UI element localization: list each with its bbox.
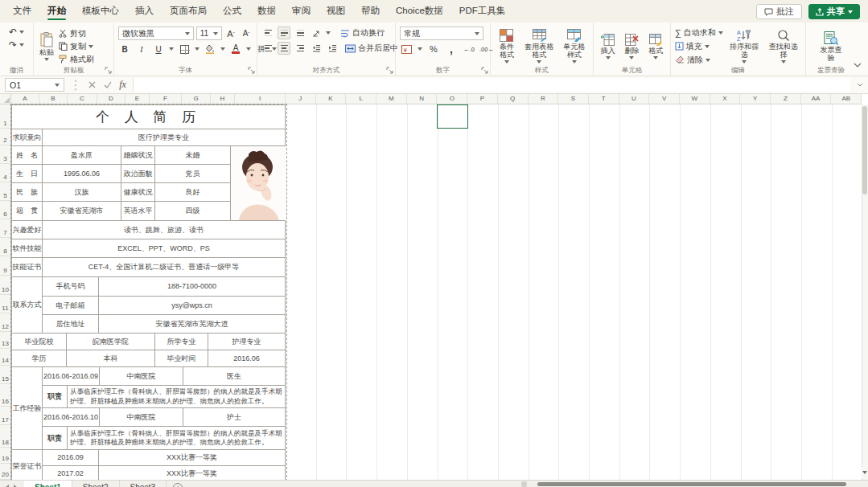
column-header[interactable]: I (235, 94, 286, 104)
menu-item[interactable]: 模板中心 (74, 0, 127, 23)
column-header[interactable]: M (376, 94, 407, 104)
resume-cell[interactable]: 2016.06 (208, 350, 286, 366)
resume-cell[interactable]: 读书、跳舞、旅游、读书 (43, 221, 286, 239)
resume-cell[interactable]: 毕业院校 (12, 334, 67, 350)
row-header[interactable]: 14 (0, 349, 10, 366)
column-header[interactable]: B (39, 94, 68, 104)
insert-cells-button[interactable]: 插入 (599, 33, 617, 60)
formula-input[interactable] (133, 78, 850, 92)
increase-indent-icon[interactable] (326, 42, 339, 55)
column-header[interactable]: D (97, 94, 125, 104)
resume-cell[interactable]: 手机号码 (43, 277, 99, 296)
number-format-select[interactable]: 常规 (400, 27, 483, 40)
resume-cell[interactable]: 软件技能 (12, 239, 43, 257)
invoice-check-button[interactable]: 发票查验 (817, 31, 845, 63)
format-cells-button[interactable]: 格式 (647, 33, 664, 60)
paste-button[interactable]: 粘贴 (38, 31, 56, 62)
resume-cell[interactable]: 婚姻状况 (121, 146, 155, 164)
undo-button[interactable]: ↶ (9, 27, 24, 38)
borders-dropdown-icon[interactable] (195, 47, 200, 51)
resume-cell[interactable]: 未婚 (155, 146, 231, 164)
hscroll-split-handle[interactable] (521, 481, 527, 487)
resume-cell[interactable]: 技能证书 (12, 258, 43, 276)
comma-style-icon[interactable]: , (445, 43, 458, 55)
formula-bar-expand-icon[interactable] (857, 83, 863, 87)
font-name-select[interactable]: 微软雅黑 (118, 27, 194, 40)
underline-dropdown-icon[interactable] (169, 47, 174, 51)
resume-cell[interactable]: 党员 (155, 165, 231, 182)
borders-icon[interactable] (178, 43, 191, 55)
orientation-dropdown-icon[interactable] (326, 31, 331, 35)
wrap-text-button[interactable]: 自动换行 (340, 27, 385, 39)
currency-format-icon[interactable]: ¥ (400, 43, 413, 55)
column-header[interactable]: Z (771, 94, 801, 104)
row-header[interactable]: 11 (0, 295, 10, 313)
find-select-button[interactable]: 查找和选择 (765, 28, 801, 64)
italic-button[interactable]: I (135, 43, 148, 55)
fill-color-icon[interactable] (204, 43, 216, 55)
fill-color-dropdown-icon[interactable] (220, 47, 225, 51)
column-header[interactable]: U (619, 94, 650, 104)
increase-decimal-icon[interactable]: ←.0 (463, 43, 475, 55)
scroll-down-icon[interactable] (862, 467, 868, 478)
column-header[interactable]: AB (831, 94, 862, 104)
column-header[interactable]: J (286, 94, 316, 104)
column-header[interactable]: N (407, 94, 438, 104)
font-color-icon[interactable]: A (229, 43, 242, 55)
menu-item[interactable]: 开始 (39, 0, 74, 23)
font-color-dropdown-icon[interactable] (246, 47, 251, 51)
underline-button[interactable]: U (152, 43, 165, 55)
align-left-icon[interactable] (261, 42, 274, 55)
column-header[interactable]: C (68, 94, 97, 104)
align-right-icon[interactable] (294, 42, 306, 55)
row-header[interactable]: 5 (0, 182, 10, 201)
contact-merged-label-cell[interactable]: 联系方式 (12, 277, 43, 333)
column-header[interactable]: A (11, 94, 39, 104)
resume-cell[interactable]: EXCEL、PPT、WORD、PS (43, 239, 286, 257)
row-header[interactable]: 18 (0, 425, 10, 448)
resume-cell[interactable]: 护士 (183, 408, 286, 426)
font-size-select[interactable]: 11 (196, 27, 222, 40)
resume-cell[interactable]: 安徽省芜湖市 (43, 202, 121, 220)
select-all-corner[interactable] (0, 94, 11, 104)
resume-cell[interactable]: ysy@wps.cn (99, 297, 286, 314)
row-header[interactable]: 3 (0, 145, 10, 164)
resume-cell[interactable]: 电子邮箱 (43, 297, 99, 314)
resume-cell[interactable]: 从事临床护理工作（骨科病人、肝胆胃等腹部）的病人的就是及手术期护理、肝脏移植及肿… (68, 427, 286, 449)
comment-button[interactable]: 批注 (756, 4, 802, 19)
menu-item[interactable]: 公式 (215, 0, 249, 23)
clear-button[interactable]: 清除 (675, 55, 723, 66)
decrease-indent-icon[interactable] (310, 42, 323, 55)
copy-button[interactable]: 复制 (59, 41, 94, 52)
resume-cell[interactable]: 2016.09 (43, 450, 99, 465)
add-sheet-icon[interactable]: + (173, 483, 183, 487)
row-header[interactable]: 6 (0, 201, 10, 219)
menu-item[interactable]: 视图 (319, 0, 353, 23)
column-header[interactable]: R (529, 94, 559, 104)
currency-dropdown-icon[interactable] (418, 47, 422, 51)
fill-button[interactable]: 填充 (675, 41, 723, 52)
resume-cell[interactable]: 医生 (183, 367, 286, 385)
align-bottom-icon[interactable] (294, 27, 306, 39)
autosum-button[interactable]: ∑ 自动求和 (675, 27, 723, 39)
row-header[interactable]: 20 (0, 464, 10, 480)
column-header[interactable]: Y (740, 94, 771, 104)
resume-cell[interactable]: 中南医院 (100, 408, 183, 426)
align-top-icon[interactable] (261, 27, 274, 39)
number-dialog-launcher-icon[interactable] (481, 67, 488, 74)
redo-button[interactable]: ↷ (9, 39, 24, 51)
resume-cell[interactable]: 所学专业 (155, 334, 208, 350)
row-header[interactable]: 15 (0, 366, 10, 384)
column-header[interactable]: F (150, 94, 182, 104)
resume-cell[interactable]: 职责 (43, 427, 68, 449)
menu-item[interactable]: 插入 (127, 0, 162, 23)
column-header[interactable]: S (558, 94, 589, 104)
row-header[interactable]: 13 (0, 332, 10, 349)
column-header[interactable]: V (649, 94, 680, 104)
resume-cell[interactable]: 毕业时间 (155, 350, 208, 366)
row-header[interactable]: 9 (0, 256, 10, 276)
resume-cell[interactable]: 护理专业 (208, 334, 286, 350)
row-header[interactable]: 16 (0, 384, 10, 407)
name-box-dropdown-icon[interactable] (55, 84, 60, 87)
resume-cell[interactable]: 1995.06.06 (43, 165, 121, 182)
